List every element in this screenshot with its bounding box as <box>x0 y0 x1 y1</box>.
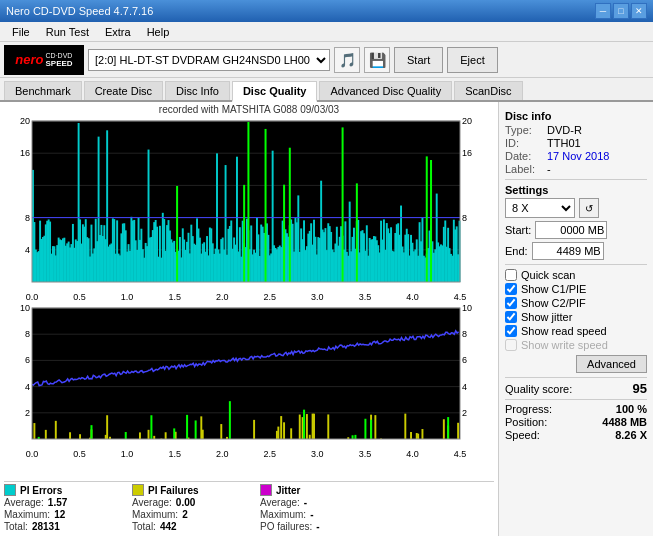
speed-progress-label: Speed: <box>505 429 540 441</box>
disc-label-value: - <box>547 163 551 175</box>
tab-create-disc[interactable]: Create Disc <box>84 81 163 100</box>
drive-select[interactable]: [2:0] HL-DT-ST DVDRAM GH24NSD0 LH00 <box>88 49 330 71</box>
pi-failures-color <box>132 484 144 496</box>
disc-id-label: ID: <box>505 137 543 149</box>
legend: PI Errors Average: 1.57 Maximum: 12 Tota… <box>4 481 494 534</box>
pi-failures-total-value: 442 <box>160 521 177 532</box>
menubar: File Run Test Extra Help <box>0 22 653 42</box>
start-button[interactable]: Start <box>394 47 443 73</box>
disc-type-value: DVD-R <box>547 124 582 136</box>
show-c1-label: Show C1/PIE <box>521 283 586 295</box>
show-jitter-checkbox[interactable] <box>505 311 517 323</box>
chart2-container <box>4 304 494 479</box>
progress-row: Progress: 100 % <box>505 403 647 415</box>
pi-errors-avg-value: 1.57 <box>48 497 67 508</box>
show-c1-row: Show C1/PIE <box>505 283 647 295</box>
quality-score-value: 95 <box>633 381 647 396</box>
disc-label-row: Label: - <box>505 163 647 175</box>
nero-logo: nero CD·DVDSPEED <box>4 45 84 75</box>
start-mb-input[interactable] <box>535 221 607 239</box>
show-jitter-row: Show jitter <box>505 311 647 323</box>
maximize-button[interactable]: □ <box>613 3 629 19</box>
speed-select[interactable]: 8 X <box>505 198 575 218</box>
chart1-canvas <box>4 117 482 302</box>
jitter-max-label: Maximum: <box>260 509 306 520</box>
show-c1-checkbox[interactable] <box>505 283 517 295</box>
tab-scan-disc[interactable]: ScanDisc <box>454 81 522 100</box>
pi-errors-max-label: Maximum: <box>4 509 50 520</box>
settings-title: Settings <box>505 184 647 196</box>
quick-scan-label: Quick scan <box>521 269 575 281</box>
pi-failures-label: PI Failures <box>148 485 199 496</box>
chart-area: recorded with MATSHITA G088 09/03/03 PI … <box>0 102 498 536</box>
menu-file[interactable]: File <box>4 24 38 40</box>
titlebar: Nero CD-DVD Speed 4.7.7.16 ─ □ ✕ <box>0 0 653 22</box>
tab-benchmark[interactable]: Benchmark <box>4 81 82 100</box>
separator3 <box>505 377 647 378</box>
menu-extra[interactable]: Extra <box>97 24 139 40</box>
position-value: 4488 MB <box>602 416 647 428</box>
close-button[interactable]: ✕ <box>631 3 647 19</box>
chart1-container <box>4 117 494 302</box>
quality-label: Quality score: <box>505 383 572 395</box>
speed-progress-row: Speed: 8.26 X <box>505 429 647 441</box>
disc-date-row: Date: 17 Nov 2018 <box>505 150 647 162</box>
pi-failures-avg-label: Average: <box>132 497 172 508</box>
speed-refresh-button[interactable]: ↺ <box>579 198 599 218</box>
audio-icon-button[interactable]: 🎵 <box>334 47 360 73</box>
titlebar-title: Nero CD-DVD Speed 4.7.7.16 <box>6 5 153 17</box>
quality-row: Quality score: 95 <box>505 381 647 396</box>
progress-value: 100 % <box>616 403 647 415</box>
po-failures-label: PO failures: <box>260 521 312 532</box>
show-read-speed-checkbox[interactable] <box>505 325 517 337</box>
pi-failures-total-label: Total: <box>132 521 156 532</box>
show-c2-row: Show C2/PIF <box>505 297 647 309</box>
show-read-speed-row: Show read speed <box>505 325 647 337</box>
pi-failures-max-label: Maximum: <box>132 509 178 520</box>
end-mb-row: End: <box>505 242 647 260</box>
disc-date-label: Date: <box>505 150 543 162</box>
speed-row: 8 X ↺ <box>505 198 647 218</box>
start-mb-row: Start: <box>505 221 647 239</box>
start-mb-label: Start: <box>505 224 531 236</box>
show-read-speed-label: Show read speed <box>521 325 607 337</box>
disc-type-label: Type: <box>505 124 543 136</box>
pi-errors-label: PI Errors <box>20 485 62 496</box>
menu-help[interactable]: Help <box>139 24 178 40</box>
recorded-with: recorded with MATSHITA G088 09/03/03 <box>4 104 494 115</box>
jitter-max-value: - <box>310 509 313 520</box>
sidebar: Disc info Type: DVD-R ID: TTH01 Date: 17… <box>498 102 653 536</box>
pi-errors-color <box>4 484 16 496</box>
jitter-label: Jitter <box>276 485 300 496</box>
minimize-button[interactable]: ─ <box>595 3 611 19</box>
position-row: Position: 4488 MB <box>505 416 647 428</box>
menu-run-test[interactable]: Run Test <box>38 24 97 40</box>
titlebar-controls: ─ □ ✕ <box>595 3 647 19</box>
tab-advanced-disc-quality[interactable]: Advanced Disc Quality <box>319 81 452 100</box>
tab-disc-quality[interactable]: Disc Quality <box>232 81 318 102</box>
separator4 <box>505 399 647 400</box>
show-write-speed-label: Show write speed <box>521 339 608 351</box>
tabbar: Benchmark Create Disc Disc Info Disc Qua… <box>0 78 653 102</box>
eject-button[interactable]: Eject <box>447 47 497 73</box>
disc-type-row: Type: DVD-R <box>505 124 647 136</box>
show-write-speed-checkbox <box>505 339 517 351</box>
advanced-button[interactable]: Advanced <box>576 355 647 373</box>
show-jitter-label: Show jitter <box>521 311 572 323</box>
end-mb-label: End: <box>505 245 528 257</box>
quick-scan-checkbox[interactable] <box>505 269 517 281</box>
end-mb-input[interactable] <box>532 242 604 260</box>
pi-failures-avg-value: 0.00 <box>176 497 195 508</box>
separator1 <box>505 179 647 180</box>
disc-date-value: 17 Nov 2018 <box>547 150 609 162</box>
show-c2-checkbox[interactable] <box>505 297 517 309</box>
toolbar: nero CD·DVDSPEED [2:0] HL-DT-ST DVDRAM G… <box>0 42 653 78</box>
jitter-avg-label: Average: <box>260 497 300 508</box>
pi-errors-total-label: Total: <box>4 521 28 532</box>
quick-scan-row: Quick scan <box>505 269 647 281</box>
disc-id-value: TTH01 <box>547 137 581 149</box>
save-icon-button[interactable]: 💾 <box>364 47 390 73</box>
tab-disc-info[interactable]: Disc Info <box>165 81 230 100</box>
disc-label-label: Label: <box>505 163 543 175</box>
show-write-speed-row: Show write speed <box>505 339 647 351</box>
